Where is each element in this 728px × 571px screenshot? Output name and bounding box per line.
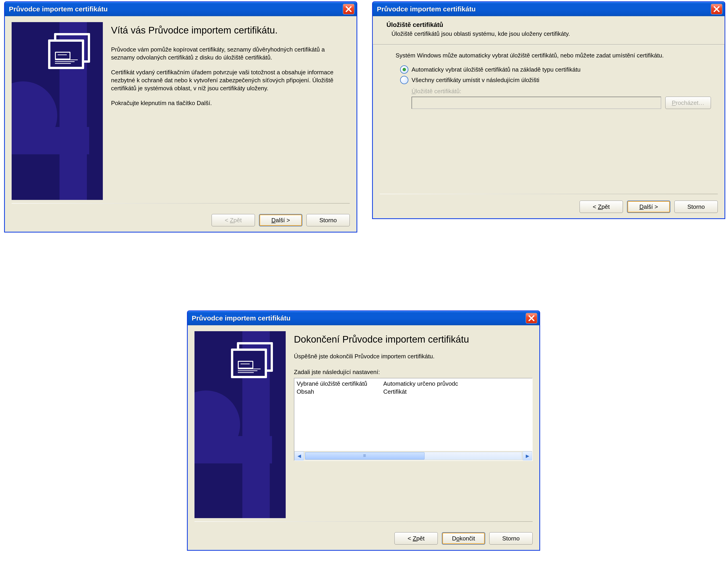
- cancel-button[interactable]: Storno: [489, 532, 533, 545]
- close-button[interactable]: [711, 4, 722, 14]
- divider: [12, 203, 350, 204]
- back-button[interactable]: < Zpět: [580, 201, 623, 213]
- button-row: < Zpět Dokončit Storno: [188, 529, 539, 550]
- window-title: Průvodce importem certifikátu: [9, 5, 108, 13]
- success-text: Úspěšně jste dokončili Průvodce importem…: [294, 352, 533, 360]
- horizontal-scrollbar[interactable]: ◀ ▶: [294, 451, 532, 460]
- scroll-thumb[interactable]: [305, 452, 425, 460]
- store-field-label: Úložiště certifikátů:: [412, 88, 711, 95]
- close-button[interactable]: [526, 313, 537, 324]
- back-button: < Zpět: [212, 214, 255, 226]
- step-subtitle: Úložiště certifikátů jsou oblasti systém…: [392, 30, 718, 37]
- list-cell: Vybrané úložiště certifikátů: [297, 380, 383, 388]
- close-icon: [714, 6, 720, 12]
- cancel-button[interactable]: Storno: [306, 214, 350, 226]
- radio-label: Všechny certifikáty umístit v následujíc…: [412, 77, 539, 84]
- list-cell: Obsah: [297, 388, 383, 396]
- window-title: Průvodce importem certifikátu: [377, 5, 476, 13]
- divider: [195, 521, 533, 522]
- wizard-heading: Vítá vás Průvodce importem certifikátu.: [111, 24, 350, 36]
- wizard-window-store: Průvodce importem certifikátu Úložiště c…: [372, 1, 725, 219]
- scroll-left-button[interactable]: ◀: [294, 451, 304, 460]
- radio-manual-store[interactable]: Všechny certifikáty umístit v následujíc…: [400, 76, 711, 84]
- list-cell: Certifikát: [383, 388, 530, 396]
- cancel-button[interactable]: Storno: [674, 201, 718, 213]
- radio-label: Automaticky vybrat úložiště certifikátů …: [412, 66, 581, 73]
- certificate-icon: [231, 342, 273, 379]
- list-cell: Automaticky určeno průvodc: [383, 380, 530, 388]
- wizard-paragraph: Pokračujte klepnutím na tlačítko Další.: [111, 99, 350, 107]
- list-row: Obsah Certifikát: [297, 388, 530, 396]
- wizard-window-welcome: Průvodce importem certifikátu: [4, 1, 357, 232]
- close-icon: [346, 6, 351, 12]
- titlebar[interactable]: Průvodce importem certifikátu: [5, 2, 356, 16]
- back-button[interactable]: < Zpět: [395, 532, 438, 545]
- browse-button: Procházet…: [665, 97, 711, 109]
- wizard-heading: Dokončení Průvodce importem certifikátu: [294, 334, 533, 346]
- wizard-paragraph: Certifikát vydaný certifikačním úřadem p…: [111, 69, 350, 92]
- wizard-sidebar-art: [195, 331, 286, 518]
- next-button[interactable]: Další >: [259, 214, 302, 226]
- scroll-track[interactable]: [305, 452, 522, 460]
- certificate-icon: [48, 33, 90, 70]
- chevron-left-icon: ◀: [298, 454, 301, 458]
- wizard-sidebar-art: [12, 22, 103, 200]
- close-icon: [528, 315, 534, 321]
- wizard-window-finish: Průvodce importem certifikátu: [187, 311, 540, 551]
- finish-button[interactable]: Dokončit: [442, 532, 485, 545]
- wizard-header-panel: Úložiště certifikátů Úložiště certifikát…: [373, 16, 725, 44]
- settings-label: Zadali jste následující nastavení:: [294, 369, 533, 376]
- list-row: Vybrané úložiště certifikátů Automaticky…: [297, 380, 530, 388]
- instruction-text: Systém Windows může automaticky vybrat ú…: [396, 51, 711, 60]
- wizard-paragraph: Průvodce vám pomůže kopírovat certifikát…: [111, 45, 350, 62]
- next-button[interactable]: Další >: [627, 201, 670, 213]
- radio-icon: [400, 76, 408, 84]
- settings-listview: Vybrané úložiště certifikátů Automaticky…: [294, 378, 533, 461]
- store-path-input: [412, 97, 661, 109]
- button-row: < Zpět Další > Storno: [373, 197, 725, 218]
- titlebar[interactable]: Průvodce importem certifikátu: [373, 2, 725, 16]
- window-title: Průvodce importem certifikátu: [192, 314, 291, 322]
- titlebar[interactable]: Průvodce importem certifikátu: [188, 311, 539, 325]
- button-row: < Zpět Další > Storno: [5, 211, 356, 232]
- close-button[interactable]: [343, 4, 354, 14]
- step-title: Úložiště certifikátů: [387, 21, 718, 28]
- radio-icon: [400, 66, 408, 74]
- scroll-right-button[interactable]: ▶: [523, 451, 532, 460]
- chevron-right-icon: ▶: [526, 454, 529, 458]
- divider: [380, 194, 718, 194]
- radio-auto-store[interactable]: Automaticky vybrat úložiště certifikátů …: [400, 66, 711, 74]
